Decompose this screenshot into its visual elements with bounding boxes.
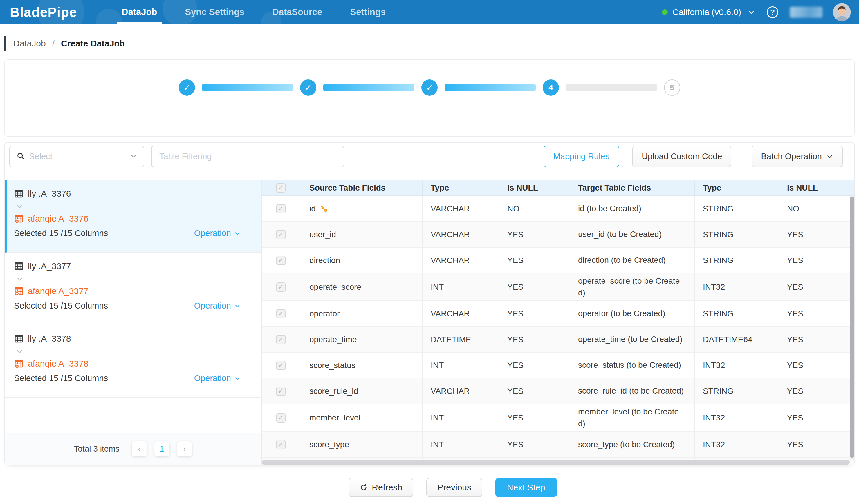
- row-checkbox[interactable]: ✓: [276, 256, 286, 265]
- nav-tab[interactable]: Settings: [345, 0, 391, 25]
- previous-button[interactable]: Previous: [426, 478, 482, 497]
- horizontal-scrollbar[interactable]: [262, 460, 850, 464]
- target-nullable-cell: YES: [779, 404, 851, 431]
- source-type-cell: VARCHAR: [423, 248, 499, 273]
- row-checkbox[interactable]: ✓: [276, 282, 286, 292]
- selected-columns-summary: Selected 15 /15 Columns: [14, 301, 108, 311]
- breadcrumb: DataJob / Create DataJob: [4, 35, 859, 52]
- row-checkbox[interactable]: ✓: [276, 440, 286, 449]
- stepper-step: ✓: [300, 79, 421, 96]
- row-checkbox[interactable]: ✓: [276, 387, 286, 396]
- row-checkbox[interactable]: ✓: [276, 309, 286, 318]
- target-type-cell: STRING: [695, 222, 779, 247]
- step-circle: 4: [543, 79, 559, 96]
- mapping-rules-button[interactable]: Mapping Rules: [544, 145, 619, 167]
- chevron-down-icon: [234, 230, 241, 237]
- source-field-cell: score_status: [300, 352, 423, 378]
- breadcrumb-parent[interactable]: DataJob: [13, 38, 46, 48]
- source-type-cell: VARCHAR: [423, 196, 499, 221]
- bladepipe-logo[interactable]: BladePipe: [10, 4, 101, 20]
- map-direction-chevron[interactable]: [16, 202, 261, 210]
- help-icon[interactable]: ?: [767, 6, 778, 18]
- batch-operation-button[interactable]: Batch Operation: [752, 145, 843, 167]
- step-connector: [202, 84, 293, 91]
- row-checkbox[interactable]: ✓: [276, 413, 286, 423]
- source-nullable-cell: YES: [499, 248, 570, 273]
- refresh-button[interactable]: Refresh: [348, 478, 413, 497]
- map-direction-chevron[interactable]: [16, 347, 261, 356]
- source-table-name: lly .A_3376: [28, 189, 71, 199]
- nav-tab[interactable]: Sync Settings: [180, 0, 249, 25]
- chevron-down-icon: [130, 152, 137, 161]
- source-nullable-cell: YES: [499, 273, 570, 300]
- target-field-cell[interactable]: direction (to be Created): [570, 248, 695, 273]
- avatar[interactable]: [833, 3, 851, 21]
- target-field-cell[interactable]: operator (to be Created): [570, 301, 695, 326]
- environment-label[interactable]: California (v0.6.0): [673, 7, 741, 17]
- table-icon: [14, 189, 24, 199]
- nav-tab[interactable]: DataSource: [267, 0, 327, 25]
- target-type-cell: STRING: [695, 301, 779, 326]
- next-step-button[interactable]: Next Step: [495, 478, 557, 497]
- operation-menu[interactable]: Operation: [194, 301, 241, 311]
- table-filter-input[interactable]: [151, 145, 344, 167]
- row-checkbox[interactable]: ✓: [276, 335, 286, 344]
- next-page-button[interactable]: ›: [177, 441, 192, 456]
- column-header: Source Table Fields: [300, 180, 423, 195]
- source-nullable-cell: YES: [499, 327, 570, 352]
- upload-custom-code-button[interactable]: Upload Custom Code: [632, 145, 731, 167]
- field-row: ✓ score_status INT YES score_status (to …: [262, 352, 854, 378]
- row-checkbox[interactable]: ✓: [276, 230, 286, 239]
- target-field-cell[interactable]: operate_time (to be Created): [570, 327, 695, 352]
- table-pair-item[interactable]: lly .A_3376 afanqie A_3376: [5, 180, 261, 253]
- chevron-down-icon: [234, 302, 241, 310]
- operation-label: Operation: [194, 229, 231, 238]
- column-header: Target Table Fields: [570, 180, 695, 195]
- vertical-scrollbar-thumb[interactable]: [850, 196, 854, 458]
- chevron-down-icon[interactable]: [747, 8, 756, 17]
- target-field-cell[interactable]: score_rule_id (to be Created): [570, 378, 695, 404]
- target-nullable-cell: YES: [779, 248, 851, 273]
- target-nullable-cell: YES: [779, 273, 851, 300]
- source-field-cell: operate_score: [300, 273, 423, 300]
- table-pair-item[interactable]: lly .A_3378 afanqie A_3378: [5, 325, 261, 398]
- map-direction-chevron[interactable]: [16, 275, 261, 283]
- source-type-cell: INT: [423, 432, 499, 457]
- target-field-cell[interactable]: member_level (to be Created): [570, 404, 695, 431]
- step-connector: [323, 84, 415, 91]
- selected-columns-summary: Selected 15 /15 Columns: [14, 229, 108, 238]
- total-items-label: Total 3 items: [74, 444, 119, 454]
- table-list-panel: lly .A_3376 afanqie A_3376: [5, 180, 262, 464]
- table-select-dropdown[interactable]: Select: [9, 145, 144, 167]
- source-type-cell: DATETIME: [423, 327, 499, 352]
- source-nullable-cell: YES: [499, 432, 570, 457]
- row-checkbox[interactable]: ✓: [276, 361, 286, 370]
- table-pair-item[interactable]: lly .A_3377 afanqie A_3377: [5, 253, 261, 325]
- page-number-button[interactable]: 1: [154, 441, 169, 456]
- vertical-scrollbar[interactable]: [850, 196, 854, 460]
- operation-label: Operation: [194, 374, 231, 383]
- breadcrumb-separator: /: [52, 38, 55, 48]
- operation-label: Operation: [194, 301, 231, 311]
- target-table-name: afanqie A_3376: [28, 214, 89, 224]
- target-field-cell[interactable]: user_id (to be Created): [570, 222, 695, 247]
- field-mapping-table: ✓ Source Table Fields Type Is NULL Targe…: [262, 180, 854, 464]
- target-field-cell[interactable]: operate_score (to be Created): [570, 273, 695, 300]
- source-field-name: id: [310, 204, 316, 214]
- operation-menu[interactable]: Operation: [194, 374, 241, 383]
- row-checkbox[interactable]: ✓: [276, 204, 286, 214]
- source-field-name: operator: [310, 309, 340, 318]
- table-create-icon: [14, 286, 24, 296]
- prev-page-button[interactable]: ‹: [132, 441, 147, 456]
- target-field-cell[interactable]: score_type (to be Created): [570, 432, 695, 457]
- nav-tab[interactable]: DataJob: [117, 0, 162, 25]
- page-title: Create DataJob: [61, 38, 125, 48]
- username-blurred: [790, 7, 823, 18]
- column-header: Type: [695, 180, 779, 195]
- target-field-cell[interactable]: score_status (to be Created): [570, 352, 695, 378]
- target-field-cell[interactable]: id (to be Created): [570, 196, 695, 221]
- source-nullable-cell: YES: [499, 404, 570, 431]
- operation-menu[interactable]: Operation: [194, 229, 241, 238]
- field-row: ✓ user_id VARCHAR YES user_id (to be Cre…: [262, 222, 854, 248]
- select-all-checkbox[interactable]: ✓: [276, 183, 286, 192]
